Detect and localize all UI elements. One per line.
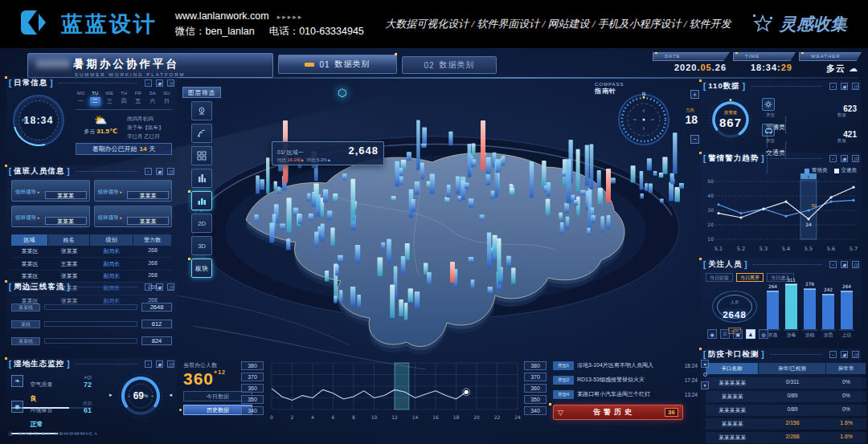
duty-card[interactable]: 值班领导 ▸某某某 — [94, 206, 173, 227]
svg-text:50: 50 — [707, 178, 714, 184]
panel-expand-icon[interactable]: ◳ — [852, 351, 859, 358]
svg-text:2: 2 — [291, 414, 294, 420]
alert-item[interactable]: 类型1湿地3-104片区有不明人员闯入18:24 — [553, 360, 698, 371]
tab-stay-today[interactable]: 当日驻留 — [706, 273, 733, 282]
layer-block-button[interactable]: 板块 — [191, 259, 212, 278]
scroll-up-icon[interactable]: ▲ — [701, 360, 709, 368]
panel-expand-icon[interactable]: ◳ — [167, 360, 174, 368]
flow-bar-row: 某线 612 — [11, 319, 172, 329]
filter-camera-icon[interactable]: ◉ — [707, 329, 717, 339]
week-row: MO一 TU二 WE三 TH四 FR五 SA六 SU日 — [76, 90, 172, 106]
panel-expand-icon[interactable]: ◳ — [167, 79, 174, 87]
panel-min-icon[interactable]: ▫ — [145, 168, 152, 175]
phone-label: 电话：010-63334945 — [269, 26, 364, 37]
panel-min-icon[interactable]: ▫ — [145, 79, 152, 87]
panel-min-icon[interactable]: ▫ — [145, 360, 152, 368]
col-header-checkpoint[interactable]: 卡口名称 — [706, 363, 759, 374]
svg-text:5.1: 5.1 — [714, 246, 723, 252]
panel-min-icon[interactable]: ▫ — [829, 261, 837, 268]
weather-box: WEATHER 多云 ☁ — [799, 52, 862, 75]
svg-text:∨: ∨ — [807, 174, 810, 179]
svg-text:涉毒: 涉毒 — [787, 332, 796, 338]
svg-text:40: 40 — [707, 193, 714, 198]
blurred-prefix — [36, 59, 70, 68]
col-header-name[interactable]: 姓名 — [48, 234, 90, 246]
alarm-history-button[interactable]: ▽ 告警历史 36 — [553, 405, 683, 420]
panel-min-icon[interactable]: ▫ — [829, 83, 837, 90]
svg-text:24: 24 — [805, 222, 812, 227]
col-header-rate[interactable]: 异常率 — [826, 363, 866, 374]
panel-duty-personnel: [值班人员信息] ▫▣◳ 值班领导 ▸某某某 值班领导 ▸某某某 值班领导 ▸某… — [6, 165, 177, 278]
col-header-area[interactable]: 区域 — [11, 234, 48, 246]
svg-text:30: 30 — [811, 203, 817, 208]
panel-max-icon[interactable]: ▣ — [841, 261, 848, 268]
panel-expand-icon[interactable]: ◳ — [852, 83, 859, 90]
svg-text:5.7: 5.7 — [850, 246, 858, 252]
panel-max-icon[interactable]: ▣ — [156, 168, 163, 175]
duty-card[interactable]: 值班领导 ▸某某某 — [11, 206, 90, 227]
layer-building-button[interactable] — [191, 169, 212, 188]
layer-signal-button[interactable] — [191, 124, 212, 143]
svg-text:264: 264 — [842, 284, 851, 289]
alert-item[interactable]: 类型2RD13-53烟感报警疑似火灾17:24 — [553, 374, 698, 385]
panel-expand-icon[interactable]: ◳ — [167, 283, 174, 291]
col-header-level[interactable]: 级别 — [90, 234, 133, 246]
layer-barchart-button[interactable] — [191, 191, 212, 210]
svg-text:10: 10 — [707, 236, 714, 242]
filter-badge-icon[interactable]: ▣ — [733, 329, 743, 339]
panel-min-icon[interactable]: ▫ — [829, 155, 837, 162]
table-row: 某某某某0/890% — [706, 391, 857, 402]
layer-camera-button[interactable] — [191, 101, 212, 120]
duty-card[interactable]: 值班领导 ▸某某某 — [11, 180, 90, 202]
layer-filter-title: 图层筛选 — [182, 87, 221, 98]
svg-text:0: 0 — [270, 414, 273, 420]
scroll-down-icon[interactable]: ▼ — [701, 381, 709, 389]
gauge-right-arrow[interactable]: ◂ — [169, 392, 172, 398]
filter-person-icon[interactable]: ♟ — [746, 329, 755, 339]
scroll-thumb[interactable] — [703, 373, 707, 377]
star-icon — [752, 14, 773, 35]
svg-text:在逃: 在逃 — [768, 332, 778, 337]
panel-expand-icon[interactable]: ◳ — [852, 155, 859, 162]
col-header-detected[interactable]: 异常/已检测 — [759, 363, 826, 374]
panel-expand-icon[interactable]: ◳ — [167, 168, 174, 175]
tab-data-category-1[interactable]: 01数据类别 — [278, 55, 397, 74]
zoom-in-button[interactable]: ＋ — [690, 90, 699, 99]
panel-max-icon[interactable]: ▣ — [841, 83, 848, 90]
tab-left-today[interactable]: 当日离开 — [736, 273, 764, 282]
panel-max-icon[interactable]: ▣ — [841, 351, 848, 358]
trend-chart[interactable]: 5040302010∨30245.15.25.35.45.55.65.7 — [702, 173, 860, 254]
panel-min-icon[interactable]: ▫ — [829, 351, 837, 358]
svg-text:10: 10 — [371, 414, 378, 420]
panel-max-icon[interactable]: ▣ — [156, 79, 163, 87]
panel-max-icon[interactable]: ▣ — [156, 360, 163, 368]
clock-time: 18:34 — [14, 96, 63, 145]
duty-card[interactable]: 值班领导 ▸某某某 — [94, 180, 173, 202]
panel-expand-icon[interactable]: ◳ — [852, 261, 859, 268]
zoom-out-button[interactable]: － — [690, 135, 699, 144]
svg-text:8: 8 — [352, 414, 355, 420]
alert-item[interactable]: 类型4某路口有小汽车连闯三个红灯13:24 — [553, 389, 698, 400]
website-link[interactable]: www.lanlanwork.com — [175, 10, 269, 22]
date-box: DATE 2020.05.26 — [653, 52, 730, 72]
panel-max-icon[interactable]: ▣ — [841, 155, 848, 162]
focus-bar-chart[interactable]: 264在逃311涉毒279涉稳242涉恐264上访 — [764, 271, 858, 342]
tab-data-category-2[interactable]: 02数据类别 — [402, 56, 497, 74]
signal-icon — [197, 128, 207, 138]
cloud-icon: ☁ — [849, 63, 858, 73]
map-marker-icon[interactable]: ⬡ — [338, 87, 346, 99]
table-row: 某某某某某0/3110% — [706, 377, 857, 389]
svg-text:6: 6 — [332, 414, 335, 420]
panel-max-icon[interactable]: ▣ — [156, 283, 163, 291]
layer-grid-button[interactable] — [191, 146, 212, 165]
panel-min-icon[interactable]: ▫ — [145, 283, 152, 291]
gauge-left-arrow[interactable]: ▸ — [109, 392, 113, 398]
office-line-chart[interactable]: 024681012141618202224 — [267, 360, 522, 429]
compass-value: 18 — [685, 113, 698, 126]
col-header-count[interactable]: 警力数 — [133, 234, 172, 246]
compass-dial[interactable]: N — [616, 92, 672, 148]
layer-2d-button[interactable]: 2D — [191, 214, 212, 233]
layer-3d-button[interactable]: 3D — [191, 236, 212, 255]
svg-text:18: 18 — [453, 414, 460, 420]
filter-key-icon[interactable]: ⚿ — [720, 329, 730, 339]
